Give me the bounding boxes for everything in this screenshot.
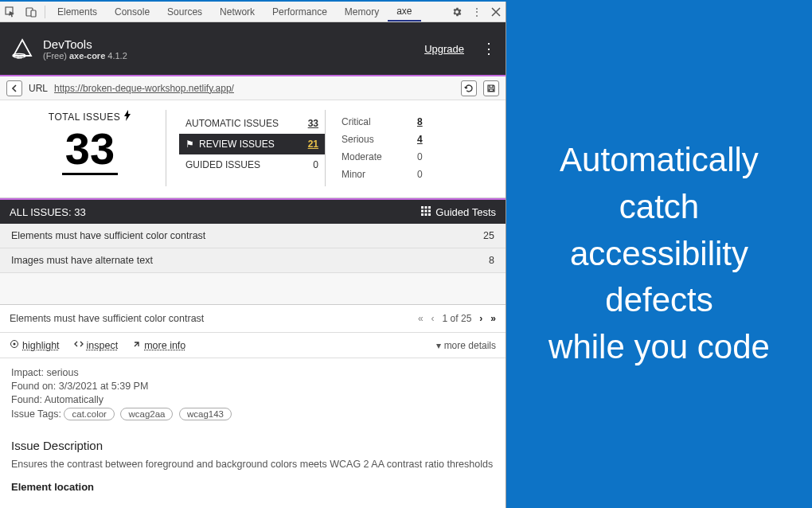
severity-serious[interactable]: Serious4 xyxy=(342,131,491,148)
tag[interactable]: wcag2aa xyxy=(120,408,173,420)
desc-heading: Issue Description xyxy=(11,439,494,452)
devtools-panel: Elements Console Sources Network Perform… xyxy=(0,2,506,508)
svg-point-15 xyxy=(14,343,16,346)
svg-text:ax: ax xyxy=(17,55,21,60)
pager-prev-icon[interactable]: ‹ xyxy=(431,313,435,324)
svg-rect-11 xyxy=(421,213,424,216)
severity-moderate: Moderate0 xyxy=(342,148,491,166)
total-issues-label: TOTAL ISSUES xyxy=(49,110,131,123)
svg-rect-13 xyxy=(428,213,431,216)
inspect-button[interactable]: inspect xyxy=(74,339,119,351)
bolt-icon xyxy=(123,110,131,123)
pager: « ‹ 1 of 25 › » xyxy=(418,313,496,324)
summary: TOTAL ISSUES 33 AUTOMATIC ISSUES33 ⚑REVI… xyxy=(0,100,506,198)
tab-network[interactable]: Network xyxy=(211,2,264,21)
back-icon[interactable] xyxy=(6,80,22,96)
all-issues-label: ALL ISSUES: 33 xyxy=(10,206,86,218)
severity-critical[interactable]: Critical8 xyxy=(342,113,491,131)
devtools-tabbar: Elements Console Sources Network Perform… xyxy=(0,2,506,22)
chevron-down-icon: ▾ xyxy=(436,340,441,351)
header-menu-icon[interactable]: ⋮ xyxy=(482,40,496,57)
pager-next-icon[interactable]: › xyxy=(479,313,482,324)
total-issues-count[interactable]: 33 xyxy=(62,127,118,175)
issue-row[interactable]: Images must have alternate text8 xyxy=(0,248,506,273)
issue-description: Issue Description Ensures the contrast b… xyxy=(0,429,506,499)
highlight-button[interactable]: highlight xyxy=(10,339,60,351)
issue-type-review[interactable]: ⚑REVIEW ISSUES 21 xyxy=(179,134,325,154)
marketing-copy: Automatically catch accessibility defect… xyxy=(506,0,812,508)
issue-row[interactable]: Elements must have sufficient color cont… xyxy=(0,224,506,248)
svg-rect-7 xyxy=(428,206,431,209)
device-toggle-icon[interactable] xyxy=(21,6,41,18)
close-devtools-icon[interactable] xyxy=(486,7,506,17)
url-bar: URL https://broken-deque-workshop.netlif… xyxy=(0,76,506,100)
refresh-icon[interactable] xyxy=(461,80,477,96)
svg-rect-6 xyxy=(425,206,427,209)
meta-tags: Issue Tags: cat.color wcag2aa wcag143 xyxy=(11,408,494,420)
grid-icon xyxy=(421,206,431,218)
tab-elements[interactable]: Elements xyxy=(49,2,106,21)
url-label: URL xyxy=(29,83,48,94)
axe-header: ax DevTools (Free) axe-core 4.1.2 Upgrad… xyxy=(0,22,506,75)
pager-text: 1 of 25 xyxy=(443,313,472,324)
desc-text: Ensures the contrast between foreground … xyxy=(11,459,494,470)
meta-impact: Impact: serious xyxy=(11,367,494,378)
external-link-icon xyxy=(132,340,141,351)
gear-icon[interactable] xyxy=(447,6,467,18)
svg-rect-10 xyxy=(428,209,431,212)
tag[interactable]: cat.color xyxy=(64,408,114,420)
pager-last-icon[interactable]: » xyxy=(490,313,496,324)
issue-meta: Impact: serious Found on: 3/3/2021 at 5:… xyxy=(0,358,506,429)
inspect-element-icon[interactable] xyxy=(0,6,21,18)
code-icon xyxy=(74,339,84,351)
svg-rect-12 xyxy=(425,213,427,216)
more-vert-icon[interactable]: ⋮ xyxy=(467,6,486,18)
axe-logo-icon: ax xyxy=(10,36,35,61)
severity-minor: Minor0 xyxy=(342,166,491,183)
all-issues-bar: ALL ISSUES: 33 Guided Tests xyxy=(0,200,506,224)
detail-header: Elements must have sufficient color cont… xyxy=(0,305,506,333)
save-icon[interactable] xyxy=(483,80,499,96)
more-details-toggle[interactable]: ▾ more details xyxy=(436,340,496,351)
svg-rect-5 xyxy=(421,206,424,209)
flag-icon: ⚑ xyxy=(185,139,194,150)
meta-found-on: Found on: 3/3/2021 at 5:39 PM xyxy=(11,381,494,392)
tab-performance[interactable]: Performance xyxy=(264,2,336,21)
element-location-heading: Element location xyxy=(11,481,494,493)
detail-tools: highlight inspect more info ▾ more detai… xyxy=(0,333,506,358)
tag[interactable]: wcag143 xyxy=(179,408,232,420)
svg-rect-8 xyxy=(421,209,424,212)
brand-block: DevTools (Free) axe-core 4.1.2 xyxy=(43,37,127,61)
tab-axe[interactable]: axe xyxy=(388,2,420,21)
url-value[interactable]: https://broken-deque-workshop.netlify.ap… xyxy=(54,83,234,94)
guided-tests-button[interactable]: Guided Tests xyxy=(421,206,496,218)
more-info-button[interactable]: more info xyxy=(132,340,185,351)
target-icon xyxy=(10,339,19,351)
tab-memory[interactable]: Memory xyxy=(336,2,388,21)
svg-rect-2 xyxy=(31,10,36,17)
svg-rect-9 xyxy=(425,209,427,212)
brand-title: DevTools xyxy=(43,37,127,51)
pager-first-icon[interactable]: « xyxy=(418,313,424,324)
issue-type-automatic[interactable]: AUTOMATIC ISSUES33 xyxy=(179,113,325,134)
meta-found: Found: Automatically xyxy=(11,394,494,405)
upgrade-link[interactable]: Upgrade xyxy=(424,43,464,55)
issue-type-guided[interactable]: GUIDED ISSUES0 xyxy=(179,154,325,175)
tab-console[interactable]: Console xyxy=(106,2,158,21)
brand-subtitle: (Free) axe-core 4.1.2 xyxy=(43,51,127,61)
tab-sources[interactable]: Sources xyxy=(158,2,211,21)
detail-title: Elements must have sufficient color cont… xyxy=(10,313,204,324)
